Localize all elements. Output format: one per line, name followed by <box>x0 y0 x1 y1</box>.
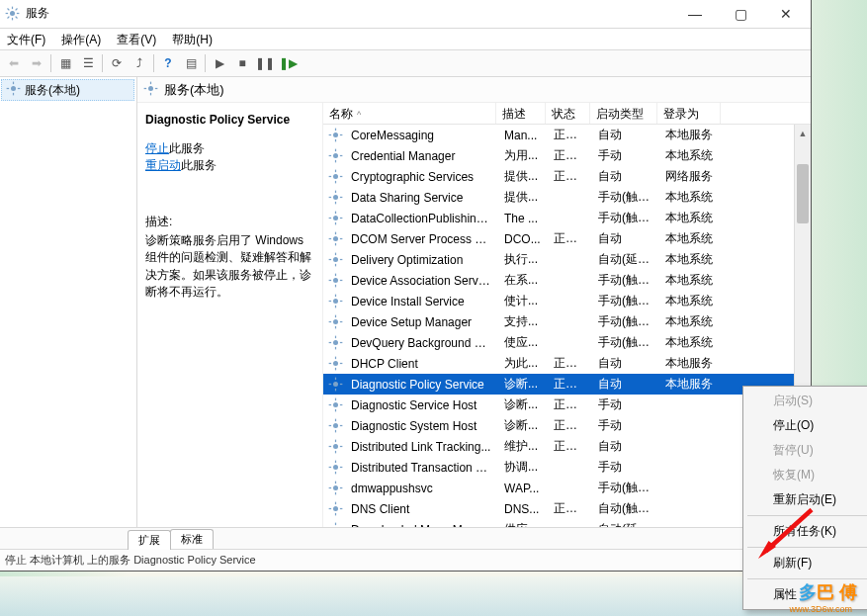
cell-status: 正在... <box>548 230 592 247</box>
service-row[interactable]: Device Install Service使计...手动(触发...本地系统 <box>323 291 811 311</box>
toolbar-stop-button[interactable]: ■ <box>231 52 253 74</box>
cell-desc: 诊断... <box>498 396 548 413</box>
service-row[interactable]: DataCollectionPublishing...The ...手动(触发.… <box>323 208 811 228</box>
cell-name: DHCP Client <box>345 357 498 371</box>
gear-icon <box>327 439 343 455</box>
service-row[interactable]: Credential Manager为用...正在...手动本地系统 <box>323 145 811 166</box>
svg-point-19 <box>333 132 338 137</box>
service-row[interactable]: Diagnostic System Host诊断...正在...手动 <box>323 415 811 436</box>
service-row[interactable]: CoreMessagingMan...正在...自动本地服务 <box>323 125 811 145</box>
service-row[interactable]: Device Setup Manager支持...手动(触发...本地系统 <box>323 311 811 332</box>
svg-line-7 <box>8 16 10 18</box>
service-row[interactable]: Cryptographic Services提供...正在...自动网络服务 <box>323 166 811 187</box>
cell-startup: 自动 <box>592 127 659 143</box>
tab-strip: 扩展 标准 <box>0 527 811 549</box>
svg-point-0 <box>10 11 15 16</box>
link-stop-service[interactable]: 停止 <box>145 141 169 155</box>
cell-startup: 手动(触发... <box>592 293 659 309</box>
link-restart-service[interactable]: 重启动 <box>145 158 181 172</box>
toolbar-refresh-button[interactable]: ⟳ <box>106 52 128 74</box>
toolbar-list-button[interactable]: ☰ <box>77 52 99 74</box>
column-logon[interactable]: 登录为 <box>657 103 721 124</box>
service-rows[interactable]: CoreMessagingMan...正在...自动本地服务Credential… <box>323 125 811 527</box>
service-row[interactable]: Device Association Service在系...手动(触发...本… <box>323 270 811 291</box>
service-row[interactable]: Distributed Link Tracking...维护...正在...自动 <box>323 436 811 457</box>
toolbar-restart-button[interactable]: ❚▶ <box>277 52 299 74</box>
tab-standard[interactable]: 标准 <box>170 529 214 549</box>
cell-desc: DNS... <box>498 502 548 516</box>
gear-icon <box>327 231 343 247</box>
cell-name: Device Association Service <box>345 274 498 288</box>
gear-icon <box>327 314 343 330</box>
cell-logon: 本地系统 <box>659 189 723 206</box>
cell-desc: 提供... <box>498 168 548 185</box>
cell-desc: 诊断... <box>498 417 548 434</box>
cell-name: Device Setup Manager <box>345 315 498 329</box>
close-button[interactable]: ✕ <box>763 0 809 28</box>
service-list: 名称 描述 状态 启动类型 登录为 CoreMessagingMan...正在.… <box>323 103 811 527</box>
cell-name: Data Sharing Service <box>345 191 498 205</box>
toolbar-pause-button[interactable]: ❚❚ <box>254 52 276 74</box>
cell-startup: 自动 <box>592 168 659 185</box>
ctx-stop[interactable]: 停止(O) <box>745 413 867 438</box>
column-startup[interactable]: 启动类型 <box>590 103 657 124</box>
service-row[interactable]: DHCP Client为此...正在...自动本地服务 <box>323 353 811 374</box>
context-menu: 启动(S) 停止(O) 暂停(U) 恢复(M) 重新启动(E) 所有任务(K) … <box>742 386 867 610</box>
toolbar-play-button[interactable]: ▶ <box>209 52 230 74</box>
cell-logon: 本地服务 <box>659 355 723 372</box>
ctx-refresh[interactable]: 刷新(F) <box>745 551 867 575</box>
menu-help[interactable]: 帮助(H) <box>164 29 220 50</box>
gear-icon <box>327 460 343 476</box>
cell-name: CoreMessaging <box>345 129 498 142</box>
gear-icon <box>327 252 343 268</box>
gear-icon <box>327 148 343 164</box>
cell-logon: 网络服务 <box>659 168 723 185</box>
cell-startup: 手动 <box>592 147 659 164</box>
cell-startup: 自动 <box>592 438 659 455</box>
service-row[interactable]: Delivery Optimization执行...自动(延迟...本地系统 <box>323 249 811 270</box>
cell-name: DataCollectionPublishing... <box>345 212 498 225</box>
service-row[interactable]: DCOM Server Process La...DCO...正在...自动本地… <box>323 228 811 249</box>
svg-line-6 <box>16 16 18 18</box>
service-row[interactable]: Downloaded Maps Man...供应...自动(延迟... <box>323 519 811 527</box>
scroll-up-icon[interactable]: ▲ <box>795 125 811 141</box>
service-row[interactable]: Diagnostic Policy Service诊断...正在...自动本地服… <box>323 374 811 395</box>
service-row[interactable]: dmwappushsvcWAP...手动(触发... <box>323 478 811 498</box>
toolbar-export-button[interactable]: ⤴ <box>129 52 150 74</box>
column-status[interactable]: 状态 <box>546 103 590 124</box>
cell-startup: 手动(触发... <box>592 210 659 226</box>
titlebar[interactable]: 服务 — ▢ ✕ <box>0 0 811 29</box>
scrollbar-thumb[interactable] <box>797 164 809 223</box>
svg-point-74 <box>333 361 338 366</box>
ctx-restart[interactable]: 重新启动(E) <box>745 487 867 512</box>
minimize-button[interactable]: — <box>672 0 718 28</box>
toolbar-properties-button[interactable]: ▤ <box>180 52 202 74</box>
tree-node-services-local[interactable]: 服务(本地) <box>1 79 134 101</box>
maximize-button[interactable]: ▢ <box>718 0 763 28</box>
service-row[interactable]: DNS ClientDNS...正在...自动(触发... <box>323 498 811 519</box>
menu-action[interactable]: 操作(A) <box>53 29 109 50</box>
column-name[interactable]: 名称 <box>323 103 496 124</box>
column-description[interactable]: 描述 <box>496 103 546 124</box>
cell-desc: 供应... <box>498 521 548 527</box>
toolbar-details-button[interactable]: ▦ <box>54 52 76 74</box>
gear-icon <box>327 128 343 143</box>
cell-name: DNS Client <box>345 502 498 516</box>
cell-desc: Man... <box>498 129 548 142</box>
menu-view[interactable]: 查看(V) <box>109 29 164 50</box>
service-row[interactable]: Data Sharing Service提供...手动(触发...本地系统 <box>323 187 811 208</box>
services-window: 服务 — ▢ ✕ 文件(F) 操作(A) 查看(V) 帮助(H) ⬅ ➡ ▦ ☰… <box>0 0 812 572</box>
cell-startup: 自动 <box>592 230 659 247</box>
service-row[interactable]: DevQuery Background D...使应...手动(触发...本地系… <box>323 332 811 353</box>
tab-extended[interactable]: 扩展 <box>128 530 171 550</box>
svg-point-49 <box>333 257 338 262</box>
service-row[interactable]: Distributed Transaction C...协调...手动 <box>323 457 811 478</box>
menu-file[interactable]: 文件(F) <box>0 29 53 50</box>
service-row[interactable]: Diagnostic Service Host诊断...正在...手动 <box>323 395 811 415</box>
ctx-all-tasks[interactable]: 所有任务(K) <box>745 519 867 544</box>
toolbar-help-button[interactable]: ? <box>157 52 179 74</box>
ctx-resume: 恢复(M) <box>745 463 867 487</box>
svg-point-104 <box>333 485 338 490</box>
cell-desc: 为此... <box>498 355 548 372</box>
toolbar-sep <box>102 54 103 72</box>
